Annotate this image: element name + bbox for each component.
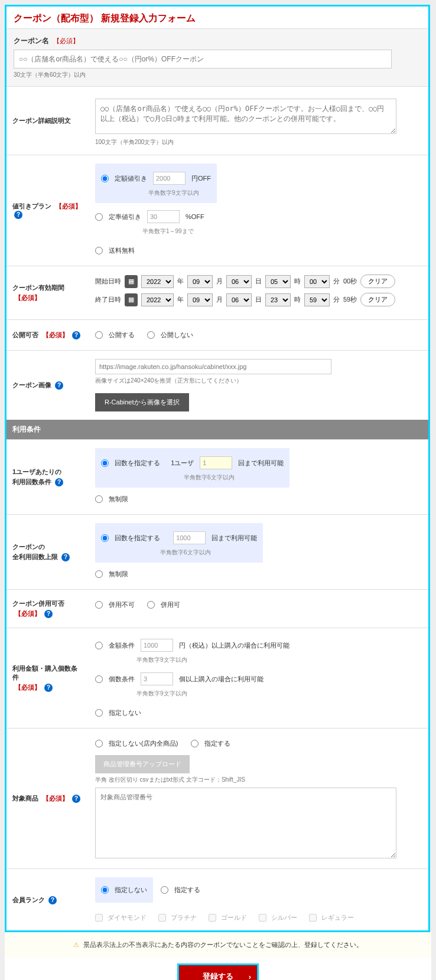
required-badge: 【必須】 [56, 202, 82, 210]
per-user-specify-radio[interactable] [101, 459, 109, 467]
coupon-name-label: クーポン名 [14, 37, 49, 45]
total-use-label1: クーポンの [12, 543, 45, 550]
period-label: クーポン有効期間 [12, 284, 64, 291]
help-icon[interactable]: ? [55, 381, 63, 390]
end-year-select[interactable]: 2022 [141, 293, 174, 306]
upload-button[interactable]: 商品管理番号アップロード [95, 755, 190, 773]
help-icon[interactable]: ? [44, 684, 53, 692]
start-sec: 00秒 [343, 277, 357, 286]
total-use-specify-radio[interactable] [101, 534, 109, 542]
calendar-icon[interactable]: ▦ [125, 275, 138, 288]
publish-no-radio[interactable] [147, 331, 155, 339]
description-textarea[interactable] [95, 99, 396, 134]
discount-fixed-unit: 円OFF [191, 174, 211, 183]
help-icon[interactable]: ? [48, 896, 57, 904]
start-month-select[interactable]: 09 [187, 275, 213, 288]
discount-label: 値引きプラン [12, 202, 51, 210]
amount-cond-label: 利用金額・購入個数条件 [12, 665, 77, 681]
rank-gold-checkbox[interactable]: ゴールド [209, 913, 247, 922]
amount-none-radio[interactable] [95, 709, 103, 717]
rcabinet-button[interactable]: R-Cabinetから画像を選択 [95, 393, 189, 411]
target-label: 対象商品 [12, 795, 38, 802]
per-user-label2: 利用回数条件 [12, 478, 51, 485]
total-use-label2: 全利用回数上限 [12, 553, 58, 560]
required-badge: 【必須】 [43, 331, 69, 338]
required-badge: 【必須】 [15, 684, 41, 691]
discount-rate-unit: %OFF [186, 213, 204, 220]
rank-diamond-checkbox[interactable]: ダイヤモンド [95, 913, 147, 922]
coupon-name-hint: 30文字（半角60文字）以内 [14, 71, 421, 79]
rank-label: 会員ランク [12, 896, 45, 903]
rank-none-radio[interactable] [101, 886, 109, 894]
upload-hint: 半角 改行区切り csvまたはtxt形式 文字コード：Shift_JIS [95, 776, 422, 784]
qty-value-input[interactable] [141, 672, 173, 685]
start-year-select[interactable]: 2022 [141, 275, 174, 288]
calendar-icon[interactable]: ▦ [125, 293, 138, 306]
target-textarea[interactable] [95, 788, 396, 858]
required-badge: 【必須】 [15, 610, 41, 617]
amount-cond-radio[interactable] [95, 642, 103, 649]
page-title: クーポン（配布型） 新規登録入力フォーム [6, 6, 428, 28]
combine-label: クーポン併用可否 [12, 600, 64, 607]
image-hint: 画像サイズは240×240を推奨（正方形にしてください） [95, 377, 422, 385]
help-icon[interactable]: ? [72, 795, 80, 803]
rank-specify-radio[interactable] [161, 886, 168, 894]
description-hint: 100文字（半角200文字）以内 [95, 138, 422, 146]
start-day-select[interactable]: 06 [226, 275, 252, 288]
discount-fixed-radio[interactable] [101, 175, 109, 182]
end-min-select[interactable]: 59 [304, 293, 330, 306]
help-icon[interactable]: ? [14, 211, 22, 219]
discount-freeship-radio[interactable] [95, 247, 103, 254]
warning-bar: ⚠ 景品表示法上の不当表示にあたる内容のクーポンでないことをご確認の上、登録して… [5, 932, 431, 958]
start-hour-select[interactable]: 05 [265, 275, 291, 288]
start-clear-button[interactable]: クリア [360, 275, 395, 288]
end-day-select[interactable]: 06 [226, 293, 252, 306]
discount-rate-hint: 半角数字1～99まで [142, 227, 422, 236]
discount-rate-radio[interactable] [95, 213, 103, 221]
chevron-right-icon: › [249, 972, 251, 981]
combine-no-radio[interactable] [95, 601, 103, 609]
help-icon[interactable]: ? [72, 331, 80, 339]
end-hour-select[interactable]: 23 [265, 293, 291, 306]
end-date-label: 終了日時 [95, 295, 121, 304]
discount-freeship-label: 送料無料 [109, 246, 135, 255]
rank-silver-checkbox[interactable]: シルバー [259, 913, 297, 922]
discount-fixed-label: 定額値引き [115, 174, 147, 183]
per-user-count-input[interactable] [200, 456, 232, 469]
end-clear-button[interactable]: クリア [360, 293, 395, 306]
total-use-count-input[interactable] [173, 531, 206, 544]
per-user-label1: 1ユーザあたりの [12, 468, 61, 475]
qty-cond-radio[interactable] [95, 675, 103, 683]
amount-value-input[interactable] [141, 639, 173, 652]
required-badge: 【必須】 [53, 37, 79, 44]
warning-icon: ⚠ [73, 941, 79, 948]
start-min-select[interactable]: 00 [304, 275, 330, 288]
end-sec: 59秒 [343, 295, 357, 304]
discount-rate-label: 定率値引き [109, 213, 141, 221]
submit-button[interactable]: 登録する› [177, 963, 259, 980]
start-date-label: 開始日時 [95, 277, 121, 286]
end-month-select[interactable]: 09 [187, 293, 213, 306]
per-user-unlimited-radio[interactable] [95, 495, 103, 503]
total-use-unlimited-radio[interactable] [95, 570, 103, 578]
publish-label: 公開可否 [12, 331, 38, 338]
rank-platinum-checkbox[interactable]: プラチナ [158, 913, 197, 922]
help-icon[interactable]: ? [44, 610, 53, 618]
image-label: クーポン画像 [12, 381, 51, 388]
conditions-header: 利用条件 [6, 420, 428, 439]
target-none-radio[interactable] [95, 740, 103, 747]
discount-fixed-input[interactable] [153, 172, 186, 185]
image-url-input[interactable] [95, 359, 331, 374]
discount-rate-input[interactable] [147, 210, 180, 223]
required-badge: 【必須】 [15, 294, 41, 301]
rank-regular-checkbox[interactable]: レギュラー [309, 913, 354, 922]
target-specify-radio[interactable] [191, 740, 199, 747]
combine-yes-radio[interactable] [147, 601, 155, 609]
help-icon[interactable]: ? [55, 478, 63, 486]
coupon-name-input[interactable] [14, 50, 392, 68]
required-badge: 【必須】 [43, 795, 69, 802]
description-label: クーポン詳細説明文 [12, 116, 83, 125]
publish-yes-radio[interactable] [95, 331, 103, 339]
discount-fixed-hint: 半角数字9文字以内 [148, 189, 211, 197]
help-icon[interactable]: ? [61, 553, 70, 561]
